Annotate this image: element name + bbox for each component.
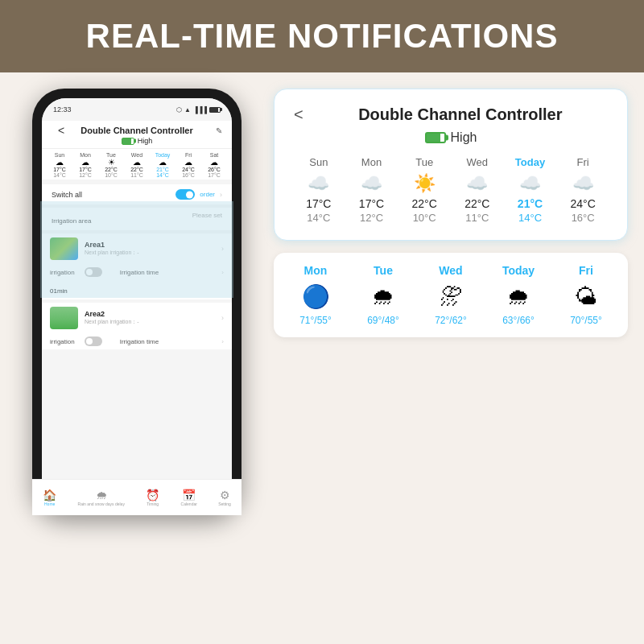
- irrigation-time-value: 01min: [50, 287, 68, 295]
- area1-thumbnail: [50, 237, 78, 260]
- card-weather-col-5: Fri ☁️ 24°C 16°C: [558, 156, 608, 224]
- area2-name: Area2: [85, 310, 215, 318]
- phone-screen: 12:33 ⬡ ▲ ▐▐▐ < Double Channel Control: [42, 98, 232, 506]
- forecast-strip: Mon 🔵 71°/55° Tue 🌧 69°/48° Wed ⛈ 72°/62…: [274, 253, 628, 337]
- area1-info: Area1 Next plan irrigation：-: [85, 241, 215, 257]
- phone-weather-col-5: Fri ☁ 24°C 16°C: [175, 152, 201, 178]
- area1-arrow: ›: [221, 245, 224, 253]
- switch-all-row: Switch all order ›: [42, 184, 232, 204]
- card-weather-col-2: Tue ☀️ 22°C 10°C: [399, 156, 449, 224]
- area2-thumbnail: [50, 307, 78, 329]
- card-back-button[interactable]: <: [294, 105, 303, 124]
- order-link[interactable]: order: [200, 191, 215, 198]
- app-header: < Double Channel Controller ✎ High: [42, 121, 232, 149]
- phone-time: 12:33: [53, 105, 72, 114]
- status-icons: ⬡ ▲ ▐▐▐: [176, 106, 221, 114]
- card-battery-badge: High: [294, 130, 608, 145]
- card-header-row: < Double Channel Controller: [294, 105, 608, 124]
- card-battery-icon: [425, 132, 446, 143]
- card-title: Double Channel Controller: [313, 105, 608, 124]
- area1-next: Next plan irrigation：-: [85, 249, 215, 257]
- controller-card: < Double Channel Controller High Sun ☁️ …: [274, 89, 628, 241]
- irrigation-label-2: irrigation: [50, 338, 75, 345]
- phone-weather-row: Sun ☁ 17°C 14°C Mon ☁ 17°C 12°C Tue ☀ 22…: [42, 149, 232, 180]
- switch-all-toggle[interactable]: [175, 189, 195, 200]
- forecast-col-3: Today 🌧 63°/66°: [485, 264, 552, 326]
- battery-level: High: [138, 137, 153, 145]
- app-title: Double Channel Controller: [80, 126, 192, 135]
- area2-info: Area2 Next plan irrigation：-: [85, 310, 215, 326]
- phone-status-bar: 12:33 ⬡ ▲ ▐▐▐: [42, 98, 232, 121]
- page-title: REAL-TIME NOTIFICATIONS: [86, 17, 559, 56]
- phone-weather-col-4: Today ☁ 21°C 14°C: [150, 152, 175, 178]
- irrigation-toggle-row-2: irrigation Irrigation time ›: [42, 333, 232, 349]
- irrigation-time-label-2: Irrigation time: [120, 338, 159, 345]
- phone-body: 12:33 ⬡ ▲ ▐▐▐ < Double Channel Control: [32, 89, 242, 515]
- forecast-col-0: Mon 🔵 71°/55°: [282, 264, 349, 326]
- bluetooth-icon: ⬡: [176, 106, 182, 114]
- phone-weather-col-3: Wed ☁ 22°C 11°C: [124, 152, 150, 178]
- area2-next: Next plan irrigation：-: [85, 318, 215, 326]
- irrigation-area-section: Irrigation area Please set: [42, 208, 232, 230]
- nav-item-4[interactable]: ⚙ Setting: [218, 489, 231, 506]
- battery-icon: [209, 107, 221, 113]
- area2-arrow: ›: [221, 314, 224, 322]
- main-content: 12:33 ⬡ ▲ ▐▐▐ < Double Channel Control: [0, 72, 644, 644]
- phone-weather-col-2: Tue ☀ 22°C 10°C: [98, 152, 124, 178]
- irrigation-area-label: Irrigation area: [52, 217, 91, 225]
- forecast-col-2: Wed ⛈ 72°/62°: [417, 264, 485, 326]
- app-header-row: < Double Channel Controller ✎: [52, 126, 222, 135]
- phone-weather-col-0: Sun ☁ 17°C 14°C: [47, 152, 72, 178]
- area2-item[interactable]: Area2 Next plan irrigation：- ›: [42, 303, 232, 333]
- phone-bottom-nav: 🏠 Home 🌧 Rain and snow days delay ⏰ Timi…: [42, 479, 232, 506]
- irrigation-toggle[interactable]: [85, 267, 102, 277]
- wifi-icon: ▲: [184, 106, 191, 114]
- card-weather-col-3: Wed ☁️ 22°C 11°C: [452, 156, 502, 224]
- battery-green-icon: [122, 138, 134, 145]
- nav-item-2[interactable]: ⏰ Timing: [146, 489, 159, 506]
- irrigation-toggle-2[interactable]: [85, 336, 102, 346]
- card-weather-grid: Sun ☁️ 17°C 14°C Mon ☁️ 17°C 12°C Tue ☀️…: [294, 156, 608, 224]
- right-panel: < Double Channel Controller High Sun ☁️ …: [274, 89, 628, 636]
- phone-weather-col-1: Mon ☁ 17°C 12°C: [72, 152, 98, 178]
- card-weather-col-1: Mon ☁️ 17°C 12°C: [347, 156, 397, 224]
- header: REAL-TIME NOTIFICATIONS: [0, 0, 644, 72]
- nav-item-3[interactable]: 📅 Calendar: [181, 489, 197, 506]
- phone-weather-col-6: Sat ☁ 26°C 17°C: [201, 152, 227, 178]
- signal-icon: ▐▐▐: [193, 106, 207, 114]
- area1-name: Area1: [85, 241, 215, 249]
- irrigation-time-value-row: 01min: [42, 280, 232, 299]
- card-battery-level: High: [451, 130, 477, 145]
- battery-badge: High: [52, 137, 222, 145]
- switch-all-label: Switch all: [52, 191, 82, 199]
- forecast-col-1: Tue 🌧 69°/48°: [349, 264, 417, 326]
- irrigation-time-label: Irrigation time: [120, 269, 159, 276]
- edit-button[interactable]: ✎: [216, 126, 222, 135]
- forecast-col-4: Fri 🌤 70°/55°: [552, 264, 620, 326]
- area1-item[interactable]: Area1 Next plan irrigation：- ›: [42, 233, 232, 264]
- nav-item-0[interactable]: 🏠 Home: [43, 489, 56, 506]
- irrigation-area-value: Please set: [192, 212, 222, 219]
- irrigation-toggle-row: irrigation Irrigation time ›: [42, 264, 232, 280]
- card-weather-col-4: Today ☁️ 21°C 14°C: [506, 156, 555, 224]
- card-weather-col-0: Sun ☁️ 17°C 14°C: [294, 156, 344, 224]
- nav-item-1[interactable]: 🌧 Rain and snow days delay: [78, 489, 125, 506]
- irrigation-label: irrigation: [50, 269, 75, 276]
- phone-mockup: 12:33 ⬡ ▲ ▐▐▐ < Double Channel Control: [16, 89, 258, 636]
- back-button[interactable]: <: [58, 124, 64, 137]
